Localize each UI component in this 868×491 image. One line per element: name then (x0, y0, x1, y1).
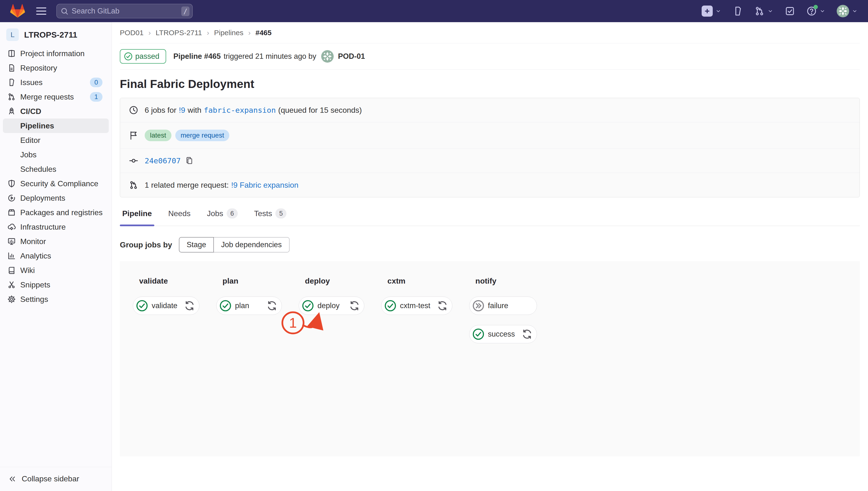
status-success-icon (136, 300, 148, 312)
sidebar-item-wiki[interactable]: Wiki (3, 263, 109, 278)
sidebar-item-monitor[interactable]: Monitor (3, 234, 109, 249)
gitlab-logo[interactable] (10, 4, 25, 18)
todos-button[interactable] (785, 6, 795, 17)
status-success-icon (220, 300, 231, 312)
tab-needs[interactable]: Needs (166, 207, 193, 226)
sidebar-item-analytics[interactable]: Analytics (3, 249, 109, 263)
tab-label: Jobs (207, 209, 223, 218)
tab-tests[interactable]: Tests5 (252, 207, 289, 226)
stage-column-plan: planplan (216, 271, 282, 315)
breadcrumb-separator: › (248, 29, 250, 37)
retry-job-button[interactable] (184, 300, 195, 312)
breadcrumb-item-pod01[interactable]: POD01 (120, 29, 143, 37)
sidebar-item-ci-cd[interactable]: CI/CD (3, 104, 109, 118)
sidebar-item-editor[interactable]: Editor (3, 133, 109, 147)
group-by-stage-button[interactable]: Stage (179, 237, 214, 253)
sidebar-item-snippets[interactable]: Snippets (3, 278, 109, 292)
job-card-deploy[interactable]: deploy (299, 296, 364, 315)
tab-jobs[interactable]: Jobs6 (205, 207, 240, 226)
search-box[interactable]: / (56, 4, 193, 18)
sidebar-item-jobs[interactable]: Jobs (3, 147, 109, 162)
stage-name: plan (222, 277, 282, 286)
user-avatar-button[interactable] (837, 5, 858, 17)
search-input[interactable] (57, 4, 192, 18)
sidebar-item-packages-and-registries[interactable]: Packages and registries (3, 205, 109, 220)
status-badge[interactable]: passed (120, 49, 166, 64)
sidebar-item-settings[interactable]: Settings (3, 292, 109, 307)
sidebar-nav: Project informationRepositoryIssues0Merg… (0, 46, 112, 307)
job-card-success[interactable]: success (469, 325, 537, 343)
sidebar-item-label: Issues (20, 78, 43, 87)
branch-ref-link[interactable]: fabric-expansion (204, 106, 276, 114)
breadcrumb-item-ltrops-2711[interactable]: LTROPS-2711 (156, 29, 202, 37)
sidebar-item-issues[interactable]: Issues0 (3, 75, 109, 90)
retry-job-button[interactable] (521, 328, 533, 340)
triggerer-name[interactable]: POD-01 (338, 52, 365, 61)
sidebar-item-label: Project information (20, 49, 85, 58)
stage-column-notify: notifyfailuresuccess (469, 271, 537, 343)
sidebar-item-merge-requests[interactable]: Merge requests1 (3, 90, 109, 104)
related-mr-link[interactable]: !9 Fabric expansion (231, 181, 298, 190)
repository-icon (7, 64, 16, 72)
sidebar-item-label: Repository (20, 64, 57, 73)
hamburger-menu-icon[interactable] (36, 7, 46, 15)
sidebar: L LTROPS-2711 Project informationReposit… (0, 22, 112, 491)
tab-count-badge: 6 (227, 208, 238, 219)
chevron-down-icon (715, 8, 722, 14)
job-card-failure[interactable]: failure (469, 296, 537, 315)
sidebar-item-label: Packages and registries (20, 208, 103, 217)
tab-label: Needs (168, 209, 191, 218)
group-by-job-dependencies-button[interactable]: Job dependencies (213, 237, 290, 253)
breadcrumb: POD01›LTROPS-2711›Pipelines›#465 (120, 22, 860, 44)
project-name: LTROPS-2711 (24, 30, 77, 39)
pipeline-graph: validatevalidateplanplandeploydeploycxtm… (120, 261, 860, 456)
sidebar-item-infrastructure[interactable]: Infrastructure (3, 220, 109, 234)
sidebar-item-pipelines[interactable]: Pipelines (3, 118, 109, 133)
sidebar-item-schedules[interactable]: Schedules (3, 162, 109, 176)
copy-to-clipboard-icon[interactable] (185, 156, 194, 165)
mr-number-link[interactable]: !9 (179, 106, 185, 115)
commit-sha-link[interactable]: 24e06707 (145, 156, 181, 165)
tab-pipeline[interactable]: Pipeline (120, 207, 154, 226)
infrastructure-icon (7, 223, 16, 231)
status-badge-label: passed (135, 52, 159, 61)
snippets-icon (7, 281, 16, 289)
sidebar-item-security-compliance[interactable]: Security & Compliance (3, 176, 109, 191)
job-card-cxtm-test[interactable]: cxtm-test (381, 296, 452, 315)
issues-icon (7, 78, 16, 87)
group-jobs-label: Group jobs by (120, 240, 172, 249)
merge-requests-icon (754, 6, 765, 17)
sidebar-item-label: Schedules (20, 165, 56, 174)
triggerer-avatar[interactable] (321, 50, 334, 63)
retry-job-button[interactable] (266, 300, 278, 312)
job-card-validate[interactable]: validate (133, 296, 199, 315)
latest-badge[interactable]: latest (145, 129, 171, 141)
merge-request-badge[interactable]: merge request (175, 129, 229, 141)
issues-button[interactable] (732, 6, 743, 17)
help-icon (806, 6, 817, 17)
check-circle-icon (124, 52, 132, 60)
group-jobs-toggle: StageJob dependencies (179, 237, 290, 253)
pipeline-tabs: PipelineNeedsJobs6Tests5 (120, 207, 860, 226)
job-card-plan[interactable]: plan (216, 296, 282, 315)
project-information-icon (7, 49, 16, 58)
merge-requests-button[interactable] (754, 6, 774, 17)
breadcrumb-item-pipelines[interactable]: Pipelines (214, 29, 244, 37)
new-menu-button[interactable] (702, 5, 722, 17)
job-name: deploy (318, 301, 343, 310)
retry-job-button[interactable] (437, 300, 448, 312)
sidebar-item-label: Wiki (20, 266, 35, 275)
sidebar-item-project-information[interactable]: Project information (3, 46, 109, 61)
wiki-icon (7, 266, 16, 275)
search-shortcut-key: / (181, 6, 190, 16)
sidebar-item-repository[interactable]: Repository (3, 61, 109, 75)
flag-icon (129, 131, 138, 140)
breadcrumb-item-465[interactable]: #465 (255, 29, 271, 37)
trigger-time-text: triggered 21 minutes ago by (223, 52, 316, 61)
collapse-sidebar-button[interactable]: Collapse sidebar (0, 467, 112, 491)
sidebar-item-deployments[interactable]: Deployments (3, 191, 109, 205)
help-button[interactable] (806, 6, 825, 17)
retry-job-button[interactable] (349, 300, 360, 312)
project-header[interactable]: L LTROPS-2711 (0, 22, 112, 46)
status-success-icon (472, 328, 484, 340)
